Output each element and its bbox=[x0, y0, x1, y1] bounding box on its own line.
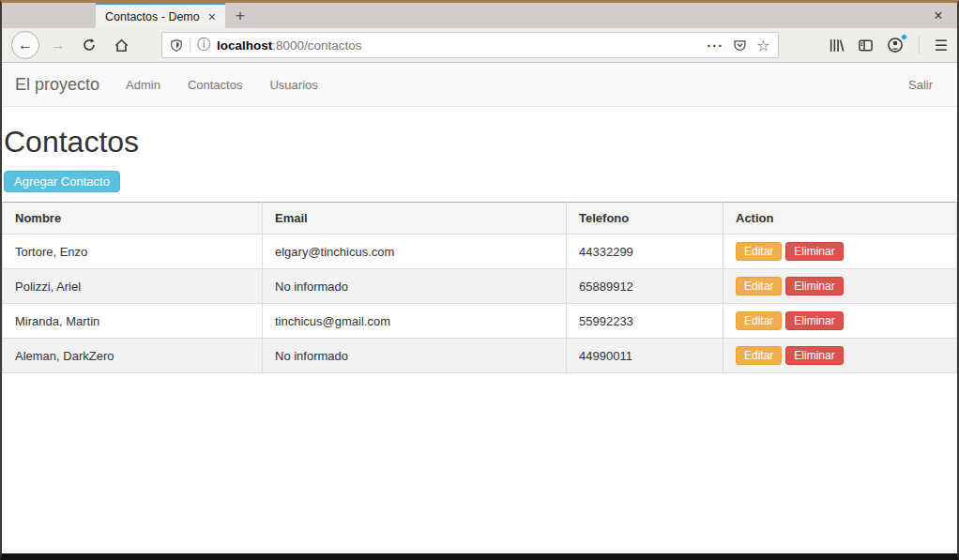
toolbar-separator bbox=[919, 36, 920, 54]
shield-icon[interactable] bbox=[170, 38, 183, 53]
bookmark-star-icon[interactable]: ☆ bbox=[756, 37, 769, 54]
nav-item-salir[interactable]: Salir bbox=[908, 78, 933, 92]
cell-nombre: Aleman, DarkZero bbox=[3, 339, 263, 373]
nav-item-contactos[interactable]: Contactos bbox=[188, 78, 243, 92]
header-email: Email bbox=[263, 203, 567, 235]
header-telefono: Telefono bbox=[567, 203, 723, 235]
table-row: Aleman, DarkZero No informado 44990011 E… bbox=[3, 339, 957, 373]
cell-telefono: 65889912 bbox=[567, 269, 723, 304]
navbar-brand[interactable]: El proyecto bbox=[15, 75, 99, 95]
delete-button[interactable]: Eliminar bbox=[785, 311, 843, 330]
page-content: El proyecto Admin Contactos Usuarios Sal… bbox=[2, 63, 957, 553]
home-icon[interactable] bbox=[109, 31, 133, 59]
new-tab-button[interactable]: + bbox=[225, 3, 255, 28]
cell-actions: EditarEliminar bbox=[723, 304, 957, 339]
url-text: localhost:8000/contactos bbox=[217, 38, 362, 53]
url-bar[interactable]: ⓘ localhost:8000/contactos ··· ☆ bbox=[161, 32, 779, 58]
edit-button[interactable]: Editar bbox=[736, 277, 782, 295]
account-icon[interactable] bbox=[887, 37, 904, 53]
forward-button[interactable]: → bbox=[47, 31, 69, 59]
header-action: Action bbox=[723, 203, 957, 235]
cell-actions: EditarEliminar bbox=[723, 235, 957, 269]
browser-toolbar: ← → ⓘ localhost:8000/contactos bbox=[2, 28, 957, 63]
add-contact-button[interactable]: Agregar Contacto bbox=[4, 171, 120, 192]
cell-telefono: 55992233 bbox=[567, 304, 723, 339]
pocket-icon[interactable] bbox=[733, 38, 747, 53]
cell-email: No informado bbox=[263, 339, 567, 373]
cell-telefono: 44990011 bbox=[567, 339, 723, 373]
edit-button[interactable]: Editar bbox=[736, 346, 782, 365]
edit-button[interactable]: Editar bbox=[736, 242, 782, 261]
account-notification-dot bbox=[901, 34, 907, 40]
tabstrip-lead-space bbox=[2, 3, 96, 28]
toolbar-right-icons: ☰ bbox=[822, 36, 948, 54]
titlebar-drag-area bbox=[255, 3, 920, 28]
delete-button[interactable]: Eliminar bbox=[785, 277, 843, 295]
nav-item-admin[interactable]: Admin bbox=[126, 78, 160, 92]
table-row: Miranda, Martin tinchicus@gmail.com 5599… bbox=[3, 304, 957, 339]
page-info-icon[interactable]: ⓘ bbox=[197, 37, 210, 53]
cell-email: No informado bbox=[263, 269, 567, 304]
browser-window: Contactos - Demo × + × ← → bbox=[0, 0, 959, 560]
window-close-button[interactable]: × bbox=[920, 3, 957, 28]
library-icon[interactable] bbox=[829, 38, 845, 53]
hamburger-menu-icon[interactable]: ☰ bbox=[935, 37, 948, 54]
nav-item-usuarios[interactable]: Usuarios bbox=[269, 78, 317, 92]
delete-button[interactable]: Eliminar bbox=[785, 242, 843, 261]
back-button[interactable]: ← bbox=[11, 31, 39, 59]
edit-button[interactable]: Editar bbox=[736, 311, 782, 330]
urlbar-separator bbox=[190, 38, 190, 53]
site-navbar: El proyecto Admin Contactos Usuarios Sal… bbox=[2, 63, 957, 107]
tab-close-icon[interactable]: × bbox=[205, 10, 220, 23]
cell-actions: EditarEliminar bbox=[723, 269, 957, 304]
cell-email: elgary@tinchicus.com bbox=[263, 235, 567, 269]
table-header-row: Nombre Email Telefono Action bbox=[3, 203, 957, 235]
cell-email: tinchicus@gmail.com bbox=[263, 304, 567, 339]
table-row: Tortore, Enzo elgary@tinchicus.com 44332… bbox=[3, 235, 957, 269]
contacts-table: Nombre Email Telefono Action Tortore, En… bbox=[2, 202, 957, 373]
url-host: localhost bbox=[217, 38, 272, 53]
header-nombre: Nombre bbox=[3, 203, 263, 235]
sidebar-icon[interactable] bbox=[858, 38, 874, 53]
cell-telefono: 44332299 bbox=[567, 235, 723, 269]
cell-nombre: Polizzi, Ariel bbox=[3, 269, 263, 304]
reload-icon[interactable] bbox=[77, 31, 101, 59]
url-path: :8000/contactos bbox=[272, 38, 361, 53]
tab-contactos-demo[interactable]: Contactos - Demo × bbox=[96, 3, 225, 28]
cell-nombre: Miranda, Martin bbox=[3, 304, 263, 339]
tab-strip: Contactos - Demo × + × bbox=[2, 3, 957, 28]
table-row: Polizzi, Ariel No informado 65889912 Edi… bbox=[3, 269, 957, 304]
delete-button[interactable]: Eliminar bbox=[785, 346, 843, 365]
page-title: Contactos bbox=[4, 125, 957, 159]
cell-actions: EditarEliminar bbox=[723, 339, 957, 373]
tab-title: Contactos - Demo bbox=[105, 10, 205, 23]
page-actions-icon[interactable]: ··· bbox=[707, 38, 723, 53]
cell-nombre: Tortore, Enzo bbox=[3, 235, 263, 269]
